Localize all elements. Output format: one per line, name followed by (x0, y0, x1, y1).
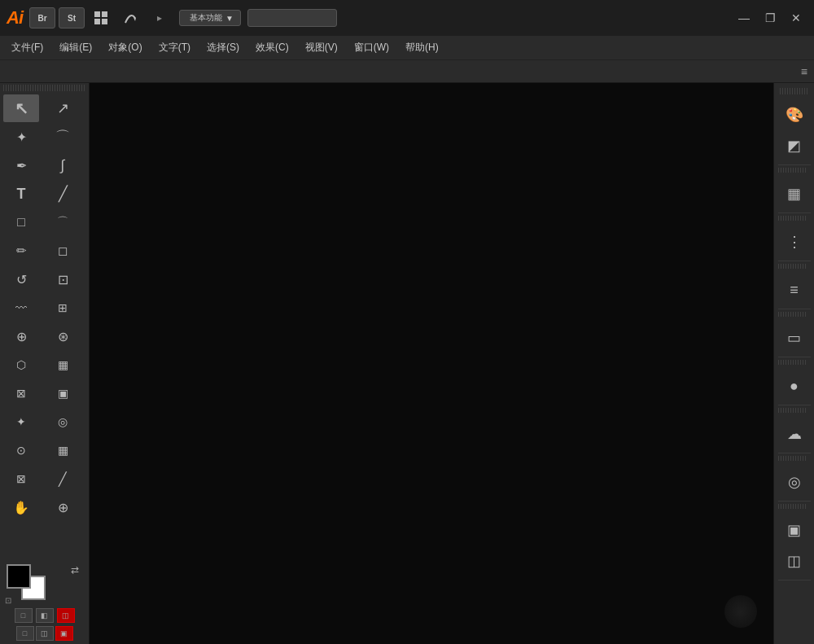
gradient-panel-icon[interactable]: ◩ (778, 130, 811, 161)
workspace-indicator[interactable]: ▸ (147, 7, 173, 28)
panel-group-2: ⋮ (778, 223, 811, 261)
draw-behind-mode[interactable]: ◧ (36, 608, 54, 623)
menu-item-文字t[interactable]: 文字(T) (151, 37, 199, 58)
layers-panel-icon[interactable]: ◫ (778, 545, 811, 576)
brush-tool[interactable]: ⌒ (45, 208, 81, 236)
panel-group-8: ▣◫ (778, 511, 811, 580)
panel-gripper-h-2 (778, 216, 807, 221)
libraries-panel-icon[interactable]: ≡ (778, 274, 811, 305)
rect-tool[interactable]: □ (3, 208, 39, 236)
canvas-area[interactable] (90, 83, 773, 644)
panel-group-0: 🎨◩ (778, 96, 811, 165)
window-controls: — ❐ ✕ (733, 0, 807, 36)
line-tool[interactable]: ╱ (45, 180, 81, 208)
panel-gripper-h-1 (778, 168, 807, 173)
swatches-panel-icon[interactable]: ▦ (778, 178, 811, 209)
eyedropper-tool[interactable]: ✦ (3, 408, 39, 436)
warp-icon-button[interactable] (117, 7, 143, 28)
right-panel-icons: 🎨◩▦⋮≡▭●☁◎▣◫ (778, 96, 811, 582)
main-layout: ↖↗✦⌒✒∫T╱□⌒✏◻↺⊡〰⊞⊕⊛⬡▦⊠▣✦◎⊙▦⊠╱✋⊕ ⇄ ⊡ □ ◧ ◫… (0, 83, 814, 644)
pencil-tool[interactable]: ✏ (3, 237, 39, 265)
live-paint-tool[interactable]: ⊛ (45, 322, 81, 350)
panel-gripper-h-8 (778, 504, 807, 509)
menu-item-编辑e[interactable]: 编辑(E) (51, 37, 100, 58)
svg-rect-3 (102, 19, 107, 24)
app-logo: Ai (7, 7, 23, 28)
reset-colors-icon[interactable]: ⊡ (5, 596, 11, 605)
screen-mode-btn2[interactable]: ◫ (36, 626, 54, 641)
line-segment-tool[interactable]: ╱ (45, 465, 81, 493)
direct-selection-tool[interactable]: ↗ (45, 94, 81, 122)
menu-item-选择s[interactable]: 选择(S) (199, 37, 247, 58)
panel-gripper-h-5 (778, 360, 807, 365)
rotate-tool[interactable]: ↺ (3, 265, 39, 293)
hand-tool[interactable]: ✋ (3, 493, 39, 521)
shape-builder-tool[interactable]: ⊕ (3, 322, 39, 350)
eraser-tool[interactable]: ◻ (45, 237, 81, 265)
free-transform-tool[interactable]: ⊞ (45, 294, 81, 322)
options-bar: ≡ (0, 60, 814, 83)
menu-item-文件f[interactable]: 文件(F) (3, 37, 51, 58)
bar-chart-tool[interactable]: ▦ (45, 351, 81, 379)
close-button[interactable]: ✕ (785, 7, 807, 29)
panel-group-5: ● (778, 367, 811, 405)
crop-tool[interactable]: ⊠ (3, 465, 39, 493)
creative-cloud-icon[interactable]: ☁ (778, 418, 811, 449)
right-panel: 🎨◩▦⋮≡▭●☁◎▣◫ (773, 83, 814, 644)
stock-button[interactable]: St (59, 7, 85, 28)
menu-item-对象o[interactable]: 对象(O) (100, 37, 150, 58)
menu-item-窗口w[interactable]: 窗口(W) (346, 37, 397, 58)
brushes-panel-icon[interactable]: ⋮ (778, 226, 811, 257)
screen-mode-btn[interactable]: □ (16, 626, 34, 641)
panel-options-icon[interactable]: ≡ (801, 65, 807, 78)
slice-tool[interactable]: ▣ (45, 379, 81, 407)
panel-gripper-h-4 (778, 312, 807, 317)
color-panel-icon[interactable]: 🎨 (778, 99, 811, 130)
perspective-tool[interactable]: ⬡ (3, 351, 39, 379)
warp-tool[interactable]: 〰 (3, 294, 39, 322)
live-paint-bucket[interactable]: ⊙ (3, 436, 39, 464)
panel-gripper-h-6 (778, 408, 807, 413)
arrange-windows-button[interactable] (88, 7, 114, 28)
asset-export-icon[interactable]: ◎ (778, 467, 811, 497)
scale-tool[interactable]: ⊡ (45, 265, 81, 293)
screen-mode-btn3[interactable]: ▣ (55, 626, 73, 641)
workspace-button[interactable]: 基本功能 ▼ (179, 10, 241, 26)
bar-graph-tool[interactable]: ▦ (45, 436, 81, 464)
right-panel-gripper-top (780, 88, 809, 94)
menu-item-视图v[interactable]: 视图(V) (297, 37, 346, 58)
toolbar-bottom: ⇄ ⊡ □ ◧ ◫ □ ◫ ▣ (0, 561, 89, 644)
magic-wand-tool[interactable]: ✦ (3, 123, 39, 151)
bridge-button[interactable]: Br (29, 7, 55, 28)
selection-tool[interactable]: ↖ (3, 94, 39, 122)
search-input[interactable] (247, 9, 337, 27)
blend-panel-icon[interactable]: ● (778, 370, 811, 401)
foreground-color-swatch[interactable] (7, 564, 31, 589)
zoom-tool[interactable]: ⊕ (45, 493, 81, 521)
title-bar: Ai Br St ▸ 基本功能 ▼ — ❐ ✕ (0, 0, 814, 36)
menu-item-效果c[interactable]: 效果(C) (247, 37, 297, 58)
panel-gripper-h-7 (778, 456, 807, 461)
type-tool[interactable]: T (3, 180, 39, 208)
workspace-dropdown-arrow: ▼ (225, 14, 234, 23)
toolbar-gripper (3, 85, 85, 91)
menu-item-帮助h[interactable]: 帮助(H) (397, 37, 447, 58)
restore-button[interactable]: ❐ (759, 7, 781, 29)
svg-rect-1 (102, 11, 107, 17)
pen-tool[interactable]: ✒ (3, 151, 39, 179)
panel-group-4: ▭ (778, 319, 811, 357)
artboard-tool[interactable]: ⊠ (3, 379, 39, 407)
canvas-overlay-circle (724, 595, 757, 628)
draw-inside-mode[interactable]: ◫ (57, 608, 75, 623)
view-modes: □ ◫ ▣ (3, 626, 85, 641)
appearance-panel-icon[interactable]: ▭ (778, 322, 811, 353)
panel-group-3: ≡ (778, 271, 811, 309)
blend-tool[interactable]: ◎ (45, 408, 81, 436)
lasso-tool[interactable]: ⌒ (45, 123, 81, 151)
align-panel-icon[interactable]: ▣ (778, 515, 811, 545)
swap-colors-icon[interactable]: ⇄ (71, 564, 79, 576)
minimize-button[interactable]: — (733, 7, 755, 29)
curvature-tool[interactable]: ∫ (45, 151, 81, 179)
draw-normal-mode[interactable]: □ (15, 608, 33, 623)
menu-bar: 文件(F)编辑(E)对象(O)文字(T)选择(S)效果(C)视图(V)窗口(W)… (0, 36, 814, 60)
